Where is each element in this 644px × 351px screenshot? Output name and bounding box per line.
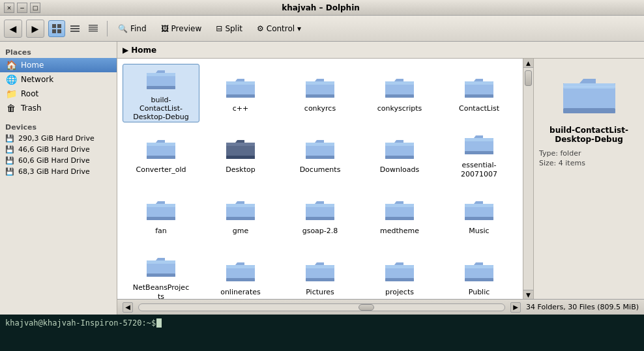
scroll-down-button[interactable]: ▼: [523, 290, 533, 299]
file-item-cpp[interactable]: c++: [202, 64, 279, 122]
svg-rect-60: [226, 265, 255, 268]
sidebar-device-hd3[interactable]: 💾 60,6 GiB Hard Drive: [0, 155, 117, 166]
folder-icon-gme: [225, 196, 256, 224]
horizontal-scrollbar-thumb[interactable]: [359, 304, 374, 311]
svg-rect-22: [385, 94, 414, 98]
scroll-left-button[interactable]: ◀: [123, 302, 133, 313]
svg-rect-13: [147, 86, 175, 89]
file-item-public[interactable]: Public: [441, 247, 518, 299]
file-item-build-contact[interactable]: build-ContactList-Desktop-Debug: [123, 64, 199, 122]
view-list-button[interactable]: [66, 20, 83, 37]
svg-rect-28: [147, 156, 175, 159]
file-name-conkyscripts: conkyscripts: [377, 104, 422, 113]
file-item-music[interactable]: Music: [441, 186, 518, 245]
svg-rect-24: [465, 81, 493, 85]
view-compact-button[interactable]: [85, 20, 102, 37]
svg-rect-3: [57, 29, 61, 33]
status-text: 34 Folders, 30 Files (809.5 MiB): [526, 303, 639, 311]
svg-rect-8: [89, 27, 98, 28]
file-item-pictures[interactable]: Pictures: [282, 247, 359, 299]
file-item-converter-old[interactable]: Converter_old: [123, 125, 199, 184]
window-title: khajvah – Dolphin: [40, 3, 601, 12]
vertical-scrollbar[interactable]: ▲ ▼: [523, 59, 533, 299]
view-icons-button[interactable]: [48, 20, 65, 37]
svg-rect-55: [465, 217, 493, 220]
titlebar: × − □ khajvah – Dolphin: [0, 0, 644, 16]
trash-label: Trash: [21, 104, 42, 113]
svg-rect-18: [306, 81, 334, 85]
control-button[interactable]: ⚙ Control ▾: [252, 19, 306, 38]
file-name-converter-old: Converter_old: [136, 165, 186, 174]
split-button[interactable]: ⊟ Split: [211, 19, 248, 38]
svg-rect-42: [147, 204, 175, 207]
file-item-gme[interactable]: gme: [202, 186, 279, 245]
sidebar-device-hd1[interactable]: 💾 290,3 GiB Hard Drive: [0, 133, 117, 144]
file-name-public: Public: [469, 288, 490, 296]
file-item-documents[interactable]: Documents: [282, 125, 359, 184]
minimize-button[interactable]: −: [17, 3, 27, 13]
scrollbar-thumb[interactable]: [525, 70, 532, 86]
sidebar-item-network[interactable]: 🌐 Network: [0, 72, 117, 87]
preview-button[interactable]: 🖼 Preview: [156, 19, 207, 38]
hd4-icon: 💾: [5, 167, 14, 176]
file-name-build-contact: build-ContactList-Desktop-Debug: [132, 96, 190, 122]
file-item-essential[interactable]: essential-20071007: [441, 125, 518, 184]
file-item-projects[interactable]: projects: [361, 247, 438, 299]
home-icon: 🏠: [5, 60, 17, 70]
horizontal-scrollbar[interactable]: [138, 303, 505, 311]
terminal[interactable]: khajvah@khajvah-Inspiron-5720:~$: [0, 315, 644, 351]
svg-rect-37: [385, 156, 414, 159]
file-item-medtheme[interactable]: medtheme: [361, 186, 438, 245]
status-bar: ◀ ▶ 34 Folders, 30 Files (809.5 MiB): [117, 299, 644, 315]
svg-rect-74: [563, 86, 615, 87]
sidebar-item-home[interactable]: 🏠 Home: [0, 58, 117, 72]
svg-rect-25: [465, 94, 493, 98]
places-header: Places: [0, 44, 117, 58]
file-item-contactlist[interactable]: ContactList: [441, 64, 518, 122]
sidebar: Places 🏠 Home 🌐 Network 📁 Root 🗑 Trash D…: [0, 42, 117, 315]
file-item-fan[interactable]: fan: [123, 186, 199, 245]
preview-folder-icon: [560, 69, 619, 118]
preview-size-row: Size: 4 items: [539, 159, 639, 167]
breadcrumb-current: Home: [131, 46, 156, 55]
svg-rect-33: [306, 143, 334, 146]
svg-rect-57: [147, 260, 175, 264]
close-button[interactable]: ×: [4, 3, 14, 13]
svg-rect-21: [385, 81, 414, 85]
svg-rect-58: [147, 274, 175, 277]
file-name-contactlist: ContactList: [459, 104, 499, 113]
forward-button[interactable]: ▶: [26, 20, 44, 38]
file-item-conkyrcs[interactable]: conkyrcs: [282, 64, 359, 122]
separator-1: [107, 21, 108, 36]
window-controls[interactable]: × − □: [4, 3, 40, 13]
file-item-gsoap[interactable]: gsoap-2.8: [282, 186, 359, 245]
file-item-netbeans[interactable]: NetBeansProjects: [123, 247, 199, 299]
sidebar-device-hd4[interactable]: 💾 68,3 GiB Hard Drive: [0, 166, 117, 177]
maximize-button[interactable]: □: [30, 3, 40, 13]
svg-rect-67: [385, 278, 414, 281]
svg-rect-40: [465, 151, 493, 154]
file-item-onlinerates[interactable]: onlinerates: [202, 247, 279, 299]
sidebar-device-hd2[interactable]: 💾 46,6 GiB Hard Drive: [0, 144, 117, 155]
back-button[interactable]: ◀: [4, 20, 22, 38]
preview-type-value: folder: [560, 149, 581, 158]
file-name-desktop: Desktop: [226, 165, 255, 174]
file-item-desktop[interactable]: Desktop: [202, 125, 279, 184]
svg-rect-64: [306, 278, 334, 281]
folder-icon-cpp: [225, 74, 256, 102]
breadcrumb-arrow: ▶: [123, 46, 128, 55]
file-item-downloads[interactable]: Downloads: [361, 125, 438, 184]
scrollbar-track[interactable]: [523, 68, 533, 290]
scroll-up-button[interactable]: ▲: [523, 59, 533, 68]
file-name-documents: Documents: [300, 165, 341, 174]
scroll-right-button[interactable]: ▶: [510, 302, 521, 313]
sidebar-item-root[interactable]: 📁 Root: [0, 87, 117, 101]
find-button[interactable]: 🔍 Find: [113, 19, 152, 38]
sidebar-item-trash[interactable]: 🗑 Trash: [0, 101, 117, 115]
svg-rect-1: [57, 24, 61, 28]
folder-icon-build-contact: [145, 65, 177, 93]
split-icon: ⊟: [216, 24, 222, 33]
network-icon: 🌐: [5, 74, 17, 85]
file-item-conkyscripts[interactable]: conkyscripts: [361, 64, 438, 122]
svg-rect-19: [306, 94, 334, 98]
